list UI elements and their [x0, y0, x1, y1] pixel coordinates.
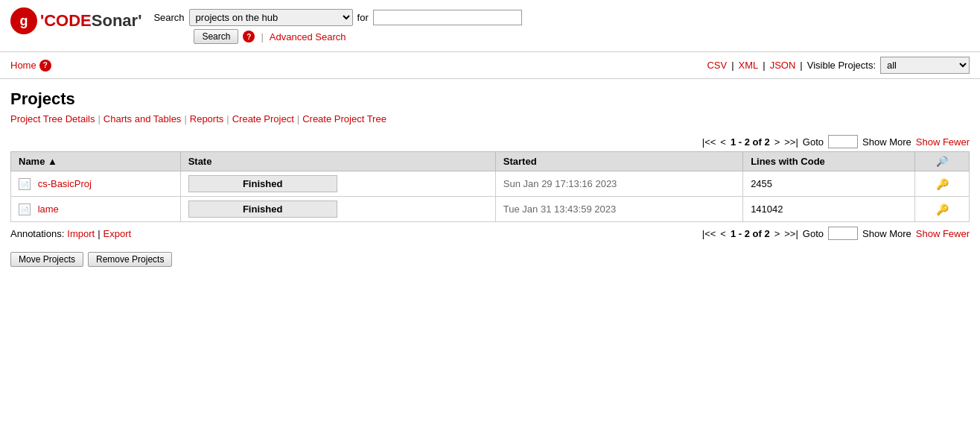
import-link[interactable]: Import [67, 228, 95, 239]
logo-icon-text: g [20, 13, 28, 29]
header: g 'CODESonar' Search projects on the hub… [0, 0, 980, 52]
search-row2: Search ? | Advanced Search [153, 29, 521, 44]
col-started: Started [495, 152, 742, 171]
row-state-cell: Finished [180, 171, 495, 197]
pagination-top: |<< < 1 - 2 of 2 > >>| Goto Show More Sh… [10, 135, 970, 148]
doc-icon: 📄 [19, 178, 31, 190]
row-started-cell: Tue Jan 31 13:43:59 2023 [495, 197, 742, 222]
visible-projects-select[interactable]: all none custom [880, 57, 970, 74]
row-lines-cell: 141042 [743, 197, 915, 222]
row-name-cell: 📄 lame [11, 197, 181, 222]
pagination-bottom: |<< < 1 - 2 of 2 > >>| Goto Show More Sh… [702, 227, 970, 240]
last-page-bottom[interactable]: >>| [784, 228, 798, 239]
goto-label-bottom: Goto [803, 228, 824, 239]
row-key-cell: 🔑 [915, 197, 970, 222]
prev-page-top[interactable]: < [720, 136, 726, 148]
logo-sonar: Sonar' [92, 11, 142, 30]
export-link[interactable]: Export [104, 228, 132, 239]
search-type-select[interactable]: projects on the hub analyses warnings fi… [189, 9, 353, 26]
create-project-tree-link[interactable]: Create Project Tree [302, 113, 386, 124]
table-header-row: Name ▲ State Started Lines with Code 🔎 [11, 152, 970, 171]
table-row: 📄 cs-BasicProj Finished Sun Jan 29 17:13… [11, 171, 970, 197]
sub-links: Project Tree Details | Charts and Tables… [10, 113, 970, 124]
col-lines: Lines with Code [743, 152, 915, 171]
breadcrumb-left: Home ? [10, 60, 51, 72]
doc-icon: 📄 [19, 203, 31, 215]
show-fewer-bottom[interactable]: Show Fewer [916, 228, 970, 239]
xml-link[interactable]: XML [739, 60, 759, 71]
logo-text: 'CODESonar' [40, 11, 141, 31]
advanced-search-link[interactable]: Advanced Search [270, 31, 346, 42]
row-name-cell: 📄 cs-BasicProj [11, 171, 181, 197]
home-help-icon[interactable]: ? [39, 60, 51, 72]
json-link[interactable]: JSON [770, 60, 796, 71]
remove-projects-button[interactable]: Remove Projects [88, 252, 172, 267]
projects-table: Name ▲ State Started Lines with Code 🔎 📄… [10, 151, 970, 222]
main-content: Projects Project Tree Details | Charts a… [0, 79, 980, 277]
page-title: Projects [10, 89, 970, 109]
for-label: for [357, 12, 369, 23]
project-name-link[interactable]: lame [38, 203, 59, 215]
sep-2: | [184, 113, 186, 124]
page-info-top: 1 - 2 of 2 [731, 136, 770, 148]
sep2: | [763, 60, 765, 71]
search-for-input[interactable] [373, 10, 522, 25]
row-started-cell: Sun Jan 29 17:13:16 2023 [495, 171, 742, 197]
page-info-bottom: 1 - 2 of 2 [731, 228, 770, 239]
col-name: Name ▲ [11, 152, 181, 171]
prev-page-bottom[interactable]: < [720, 228, 726, 239]
sep1: | [731, 60, 734, 71]
show-more-bottom[interactable]: Show More [862, 228, 911, 239]
annotations-left: Annotations: Import | Export [10, 228, 131, 239]
state-badge: Finished [188, 201, 337, 218]
sep3: | [800, 60, 802, 71]
annotations-label: Annotations: [10, 228, 64, 239]
next-page-top[interactable]: > [774, 136, 780, 148]
search-label: Search [153, 12, 184, 23]
first-page-bottom[interactable]: |<< [702, 228, 716, 239]
visible-label: Visible Projects: [807, 60, 876, 71]
annotations-bar: Annotations: Import | Export |<< < 1 - 2… [10, 222, 970, 244]
search-help-icon[interactable]: ? [243, 31, 255, 42]
row-state-cell: Finished [180, 197, 495, 222]
move-projects-button[interactable]: Move Projects [10, 252, 83, 267]
row-key-cell: 🔑 [915, 171, 970, 197]
key-icon[interactable]: 🔑 [936, 203, 949, 215]
state-badge: Finished [188, 175, 337, 192]
search-row1: Search projects on the hub analyses warn… [153, 9, 521, 26]
project-tree-details-link[interactable]: Project Tree Details [10, 113, 95, 124]
logo-code: 'CODE [40, 11, 92, 30]
sep-1: | [98, 113, 100, 124]
goto-label-top: Goto [803, 136, 824, 148]
goto-input-top[interactable] [828, 135, 858, 148]
charts-tables-link[interactable]: Charts and Tables [104, 113, 182, 124]
show-fewer-top[interactable]: Show Fewer [916, 136, 970, 148]
search-area: Search projects on the hub analyses warn… [153, 7, 521, 44]
sep-4: | [297, 113, 299, 124]
col-state: State [180, 152, 495, 171]
key-icon[interactable]: 🔑 [936, 178, 949, 190]
search-button[interactable]: Search [194, 29, 238, 44]
csv-link[interactable]: CSV [707, 60, 727, 71]
logo: g 'CODESonar' [10, 7, 141, 34]
col-key: 🔎 [915, 152, 970, 171]
last-page-top[interactable]: >>| [784, 136, 798, 148]
sep-3: | [226, 113, 229, 124]
next-page-bottom[interactable]: > [774, 228, 780, 239]
row-lines-cell: 2455 [743, 171, 915, 197]
show-more-top[interactable]: Show More [862, 136, 911, 148]
create-project-link[interactable]: Create Project [232, 113, 294, 124]
logo-icon: g [10, 7, 37, 34]
bottom-buttons: Move Projects Remove Projects [10, 252, 970, 267]
table-row: 📄 lame Finished Tue Jan 31 13:43:59 2023… [11, 197, 970, 222]
annotations-sep: | [98, 228, 100, 239]
project-name-link[interactable]: cs-BasicProj [38, 178, 92, 189]
reports-link[interactable]: Reports [190, 113, 224, 124]
goto-input-bottom[interactable] [828, 227, 858, 240]
breadcrumb-bar: Home ? CSV | XML | JSON | Visible Projec… [0, 52, 980, 79]
breadcrumb-right: CSV | XML | JSON | Visible Projects: all… [707, 57, 970, 74]
first-page-top[interactable]: |<< [702, 136, 716, 148]
divider1: | [261, 31, 263, 42]
home-link[interactable]: Home [10, 60, 36, 71]
